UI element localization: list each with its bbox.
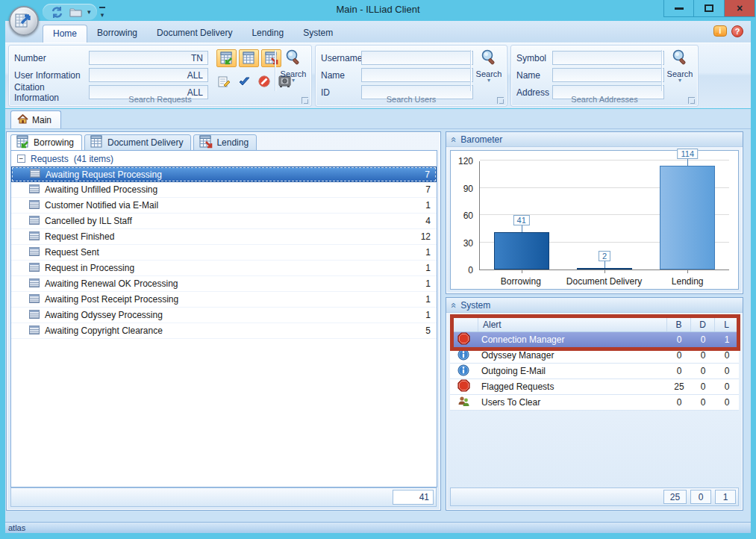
alert-count: 0 [715,397,739,408]
group-separator [661,50,662,91]
window-title: Main - ILLiad Client [0,4,756,15]
spreadsheet-row-icon [29,325,40,337]
dialog-launcher-icon[interactable] [688,97,695,104]
spreadsheet-row-icon [30,169,40,180]
request-queue-row[interactable]: Awaiting Odyssey Processing1 [11,308,437,323]
x-axis-category-label: Lending [646,276,729,287]
spreadsheet-row-icon [29,184,40,196]
customize-quick-access-button[interactable]: ▾ [97,7,107,19]
search-dropdown-icon: ▾ [292,79,295,82]
search-icon [480,49,498,69]
search-users-button[interactable]: Search ▾ [473,49,504,82]
symbol-input[interactable] [552,51,664,65]
request-rows: Awaiting Request Processing7Awaiting Unf… [11,166,437,339]
approve-button[interactable] [235,73,253,90]
request-queue-row[interactable]: Customer Notified via E-Mail1 [11,198,437,214]
queue-count: 1 [425,278,432,289]
application-menu-button[interactable] [9,6,39,36]
queue-tab-borrowing[interactable]: Borrowing [10,134,82,151]
request-queue-row[interactable]: Request Sent1 [11,245,437,261]
request-queue-row[interactable]: Request in Processing1 [11,261,437,276]
ribbon-tab-lending[interactable]: Lending [242,25,293,43]
system-alert-row[interactable]: Odyssey Manager000 [450,348,739,364]
field-label: User Information [14,70,87,81]
y-axis-tick-label: 120 [454,156,473,166]
data-label-connector [605,261,605,268]
username-input[interactable] [361,51,473,65]
queue-count: 1 [425,310,432,320]
search-users-group: UsernameNameID Search ▾ Search Users [315,45,507,107]
minimize-button[interactable] [663,0,694,17]
close-icon: × [737,2,743,14]
new-request-dropdown-icon[interactable]: ▾ [87,8,91,16]
ribbon-tab-document-delivery[interactable]: Document Delivery [147,25,242,43]
ribbon-tab-borrowing[interactable]: Borrowing [87,25,147,43]
request-grid-buttons [216,49,281,67]
y-axis-tick-label: 30 [454,238,473,249]
dialog-launcher-icon[interactable] [497,97,504,104]
borrowing-grid-button[interactable] [216,49,237,67]
queue-label: Request Finished [45,231,114,242]
dialog-launcher-icon[interactable] [302,97,308,104]
new-request-button[interactable] [68,5,84,19]
bar-slot: 2 [563,161,646,270]
request-queue-row[interactable]: Request Finished12 [11,229,437,245]
data-label-connector [687,159,688,166]
system-total-b: 25 [663,490,687,504]
request-queue-row[interactable]: Awaiting Copyright Clearance5 [11,323,437,339]
user-information-input[interactable] [89,68,208,82]
request-queue-row[interactable]: Cancelled by ILL Staff4 [11,214,437,229]
search-addresses-button[interactable]: Search ▾ [664,49,696,82]
system-alert-row[interactable]: Outgoing E-Mail000 [450,364,739,379]
gridline [480,160,729,161]
spreadsheet-row-icon [29,200,40,211]
queue-tab-lending[interactable]: Lending [193,134,257,151]
about-info-icon[interactable]: i [713,25,727,37]
request-queue-row[interactable]: Awaiting Post Receipt Processing1 [11,292,437,308]
quick-access-toolbar: ▾ [43,4,97,20]
ribbon-tab-home[interactable]: Home [43,25,87,43]
system-alerts-table: Alert B D L Connection Manager001Odyssey… [450,317,739,411]
bar-document-delivery [577,268,632,270]
d-column-header: D [690,318,714,331]
collapse-group-icon[interactable]: − [17,155,25,163]
number-input[interactable] [89,51,208,65]
refresh-button[interactable] [49,5,65,19]
name-input[interactable] [361,68,473,82]
alert-count: 0 [667,366,691,376]
close-button[interactable]: × [725,0,755,17]
alert-count: 0 [715,381,739,392]
group-title: Search Addresses [511,93,698,105]
block-button[interactable] [255,73,273,90]
search-dropdown-icon: ▾ [678,79,681,82]
document-delivery-grid-button[interactable] [239,49,259,67]
window-controls: × [663,0,755,17]
maximize-button[interactable] [694,0,725,17]
queue-tab-document-delivery[interactable]: Document Delivery [84,134,191,151]
queue-count: 4 [425,216,432,226]
tab-main[interactable]: Main [10,110,61,128]
barometer-header[interactable]: « Barometer [446,132,743,147]
bar-value-label: 114 [678,149,699,159]
bar-lending [660,166,715,270]
system-alert-row[interactable]: Flagged Requests2500 [450,379,739,395]
bar-value-label: 2 [599,251,610,261]
alert-count: 0 [715,350,739,361]
request-queue-row[interactable]: Awaiting Request Processing7 [11,166,437,182]
system-header[interactable]: « System [446,298,743,313]
request-queue-row[interactable]: Awaiting Unfilled Processing7 [11,182,437,198]
ribbon-tab-system[interactable]: System [293,25,343,43]
bar-borrowing [494,232,549,270]
edit-request-button[interactable] [215,73,233,90]
requests-group-header[interactable]: − Requests (41 items) [11,151,437,166]
name-input[interactable] [552,68,664,82]
barometer-chart: 0306090120 412114 BorrowingDocument Deli… [450,150,739,290]
request-queue-row[interactable]: Awaiting Renewal OK Processing1 [11,276,437,292]
search-icon [284,49,302,69]
help-icon[interactable]: ? [731,25,743,37]
system-alert-row[interactable]: Connection Manager001 [450,332,739,348]
system-alert-row[interactable]: Users To Clear000 [450,395,739,411]
spreadsheet-row-icon [29,247,40,258]
requests-group-count: (41 items) [74,154,113,164]
search-requests-button[interactable]: Search ▾ [278,49,309,82]
